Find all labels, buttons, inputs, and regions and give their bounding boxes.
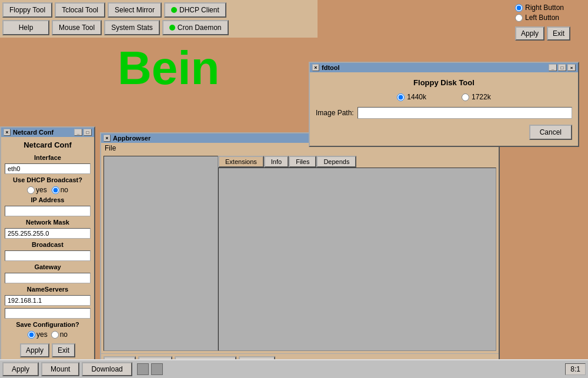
floppy-cancel-button[interactable]: Cancel [529,125,572,140]
interface-input[interactable] [5,163,91,174]
floppy-heading: Floppy Disk Tool [316,78,572,87]
nameservers-label: NameServers [5,286,91,293]
green-dot-icon [171,7,177,13]
floppy-1722k-text: 1722k [472,93,491,101]
right-button-radio[interactable] [515,4,523,12]
dhcp-row: yes no [5,186,91,194]
dhcp-yes-radio[interactable] [27,186,35,194]
appbrowser-right-pane: Extensions Info Files Depends [218,156,496,351]
save-no-text: no [60,330,68,339]
tray-icon-1 [137,363,149,375]
appbrowser-body: File Extensions Info Files Depends Insta… [101,143,499,373]
netcard-titlebar-controls: _ □ [74,129,92,136]
left-button-radio[interactable] [515,14,523,22]
floppy-titlebar: × fdtool _ □ × [310,63,578,72]
appbrowser-left-pane [103,156,218,351]
ip-input[interactable] [5,206,91,216]
taskbar-tray [137,363,163,375]
save-yes-label[interactable]: yes [28,330,48,339]
tray-icon-2 [151,363,163,375]
floppy-tool-button[interactable]: Floppy Tool [2,2,52,18]
floppy-1440k-text: 1440k [407,93,426,101]
floppy-btn-row: Cancel [316,125,572,140]
mouse-tool-button[interactable]: Mouse Tool [52,20,102,35]
save-config-row: yes no [5,330,91,339]
netcard-titlebar: × Netcard Conf _ □ [1,128,94,137]
save-no-label[interactable]: no [51,330,68,339]
broadcast-label: Broadcast [5,241,91,248]
network-mask-input[interactable] [5,228,91,239]
netcard-heading: Netcard Conf [5,141,91,149]
taskbar-apply-button[interactable]: Apply [2,362,39,376]
floppy-1722k-radio[interactable] [462,93,469,101]
dhcp-yes-label[interactable]: yes [27,186,47,194]
save-yes-radio[interactable] [28,331,35,339]
floppy-1440k-label[interactable]: 1440k [397,93,426,101]
image-path-row: Image Path: [316,107,572,119]
tab-info[interactable]: Info [264,156,289,168]
floppy-titlebar-title: fdtool [322,64,546,71]
floppy-restore-button[interactable]: □ [558,64,566,71]
floppy-radio-row: 1440k 1722k [316,93,572,101]
appbrowser-window: × Appbrowser _ □ × File Extensions Info … [100,132,500,374]
tclocal-tool-button[interactable]: Tclocal Tool [55,2,105,18]
netcard-exit-button[interactable]: Exit [52,343,75,357]
right-button-radio-label[interactable]: Right Button [515,4,584,12]
floppy-close-button[interactable]: × [312,64,319,71]
floppy-1440k-radio[interactable] [397,93,405,101]
dhcp-client-button[interactable]: DHCP Client [164,2,226,18]
floppy-maximize-button[interactable]: × [567,64,576,71]
mouse-button-group: Right Button Left Button [515,4,584,22]
netcard-maximize-button[interactable]: □ [83,129,92,136]
tab-extensions[interactable]: Extensions [218,156,264,168]
netcard-apply-button[interactable]: Apply [20,343,49,357]
bein-text: Bein [118,41,219,95]
cron-daemon-button[interactable]: Cron Daemon [162,20,229,35]
dhcp-yes-text: yes [36,186,47,194]
appbrowser-content: Extensions Info Files Depends [101,153,499,353]
file-menu[interactable]: File [105,144,116,152]
network-mask-label: Network Mask [5,219,91,226]
floppy-body: Floppy Disk Tool 1440k 1722k Image Path:… [310,72,578,146]
system-stats-button[interactable]: System Stats [104,20,160,35]
right-panel-exit-button[interactable]: Exit [547,26,570,41]
netcard-titlebar-title: Netcard Conf [13,129,72,136]
right-panel-buttons: Apply Exit [515,26,584,41]
image-path-input[interactable] [358,107,572,119]
help-button[interactable]: Help [2,20,49,35]
nameservers-input-1[interactable] [5,295,91,306]
toolbar-row-1: Floppy Tool Tclocal Tool Select Mirror D… [2,2,315,18]
gateway-input[interactable] [5,273,91,283]
left-button-radio-label[interactable]: Left Button [515,14,584,22]
broadcast-input[interactable] [5,250,91,261]
tab-depends[interactable]: Depends [316,156,356,168]
nameservers-input-2[interactable] [5,308,91,319]
top-toolbar: Floppy Tool Tclocal Tool Select Mirror D… [0,0,318,38]
toolbar-row-2: Help Mouse Tool System Stats Cron Daemon [2,20,315,35]
dhcp-no-radio[interactable] [52,186,59,194]
left-button-label: Left Button [525,14,559,22]
taskbar: Apply Mount Download 8:1 [0,359,588,378]
floppy-minimize-button[interactable]: _ [549,64,557,71]
interface-label: Interface [5,154,91,161]
netcard-conf-window: × Netcard Conf _ □ Netcard Conf Interfac… [0,126,95,364]
taskbar-mount-button[interactable]: Mount [41,362,79,376]
tab-content-area [218,168,496,351]
right-button-label: Right Button [525,4,564,12]
green-dot-icon-2 [169,25,175,31]
taskbar-download-button[interactable]: Download [82,362,132,376]
tab-files[interactable]: Files [289,156,316,168]
right-panel-apply-button[interactable]: Apply [515,26,544,41]
appbrowser-close-button[interactable]: × [103,135,111,142]
save-yes-text: yes [36,330,48,339]
save-config-label: Save Configuration? [5,321,91,328]
dhcp-no-label[interactable]: no [52,186,68,194]
dhcp-label: Use DHCP Broadcast? [5,176,91,183]
taskbar-time: 8:1 [565,363,586,375]
netcard-minimize-button[interactable]: _ [74,129,82,136]
floppy-1722k-label[interactable]: 1722k [462,93,491,101]
netcard-close-button[interactable]: × [4,129,11,136]
select-mirror-button[interactable]: Select Mirror [108,2,162,18]
save-no-radio[interactable] [51,331,59,339]
netcard-body: Netcard Conf Interface Use DHCP Broadcas… [1,137,94,363]
